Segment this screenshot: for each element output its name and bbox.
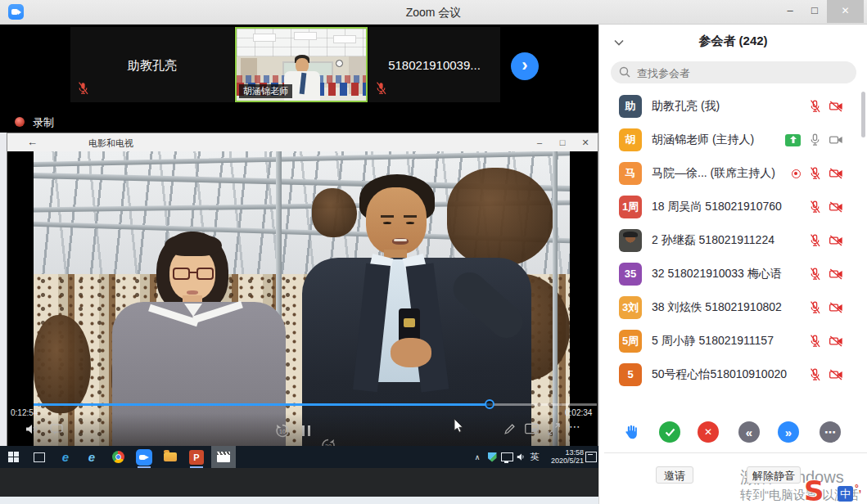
file-explorer-icon[interactable] bbox=[159, 446, 182, 468]
camera-muted-icon bbox=[829, 201, 843, 213]
participant-avatar: 助 bbox=[619, 95, 642, 118]
mic-muted-icon bbox=[809, 301, 821, 314]
participant-avatar: 3刘 bbox=[619, 296, 642, 319]
close-button[interactable]: ✕ bbox=[827, 0, 864, 23]
video-tile-active-speaker[interactable]: 胡涵锦老师 bbox=[235, 27, 368, 102]
edge-icon[interactable]: e bbox=[54, 446, 77, 468]
camera-muted-icon bbox=[829, 335, 843, 347]
participant-name: 助教孔亮 (我) bbox=[652, 99, 720, 114]
participant-row[interactable]: 3刘 38 刘炫佚 518021910802 bbox=[599, 291, 867, 325]
ime-chinese-badge[interactable]: 中 bbox=[838, 486, 853, 502]
action-center-icon[interactable] bbox=[584, 446, 598, 468]
chrome-icon[interactable] bbox=[106, 446, 129, 468]
camera-on-icon bbox=[829, 134, 843, 146]
participant-row[interactable]: 2 孙继磊 518021911224 bbox=[599, 224, 867, 258]
participant-tile-name: 518021910039... bbox=[368, 58, 500, 72]
participants-title: 参会者 (242) bbox=[599, 34, 867, 49]
participant-row[interactable]: 1周 18 周吴尚 518021910760 bbox=[599, 191, 867, 224]
participant-name: 胡涵锦老师 (主持人) bbox=[652, 133, 754, 147]
footer-divider bbox=[604, 452, 867, 453]
window-title: Zoom 会议 bbox=[0, 6, 867, 20]
participant-name: 38 刘炫佚 518021910802 bbox=[652, 300, 782, 315]
go-faster-button[interactable]: » bbox=[778, 421, 799, 443]
movies-tv-taskbar-icon[interactable] bbox=[211, 446, 236, 468]
participant-status-icons bbox=[809, 268, 843, 281]
participant-name: 5 周小静 518021911157 bbox=[652, 334, 774, 349]
mouse-cursor bbox=[454, 418, 464, 437]
participant-avatar: 1周 bbox=[619, 196, 642, 218]
powerpoint-icon[interactable]: P bbox=[185, 446, 208, 468]
camera-muted-icon bbox=[829, 168, 843, 179]
movies-tv-titlebar: ← 电影和电视 – □ ✕ bbox=[7, 133, 598, 151]
participant-avatar: 马 bbox=[619, 162, 642, 185]
next-participants-page-button[interactable]: › bbox=[511, 52, 539, 80]
participant-avatar: 5周 bbox=[619, 330, 642, 353]
participant-row[interactable]: 5 50号程心怡518010910020 bbox=[599, 358, 867, 392]
seek-bar-fill bbox=[34, 403, 490, 406]
camera-muted-icon bbox=[829, 268, 843, 280]
start-button[interactable] bbox=[2, 446, 25, 468]
maximize-button[interactable]: □ bbox=[552, 137, 573, 150]
camera-muted-icon bbox=[829, 101, 843, 112]
ime-punctuation-icon: °, bbox=[855, 483, 861, 494]
windows-taskbar: e e P ∧ 英 13:58 2020/5/21 bbox=[0, 446, 598, 468]
participant-row[interactable]: 35 32 518021910033 梅心语 bbox=[599, 258, 867, 291]
zoom-window-titlebar: Zoom 会议 – □ ✕ bbox=[0, 0, 867, 25]
tray-chevron-icon[interactable]: ∧ bbox=[471, 446, 484, 468]
recording-status-icon bbox=[792, 169, 801, 178]
participant-name: 马院—徐... (联席主持人) bbox=[652, 166, 775, 181]
more-options-button[interactable]: ⋯ bbox=[569, 420, 581, 436]
panel-scrollbar[interactable] bbox=[861, 92, 865, 137]
invite-button[interactable]: 邀请 bbox=[656, 466, 693, 484]
no-button[interactable]: ✕ bbox=[698, 421, 719, 443]
participant-status-icons bbox=[785, 133, 843, 146]
participant-status-icons bbox=[809, 301, 843, 314]
video-tile-1[interactable]: 助教孔亮 bbox=[70, 27, 234, 102]
search-icon bbox=[619, 66, 630, 78]
video-tile-3[interactable]: 518021910039... bbox=[368, 27, 500, 102]
participant-row[interactable]: 5周 5 周小静 518021911157 bbox=[599, 325, 867, 358]
mic-muted-icon bbox=[809, 368, 821, 381]
minimize-button[interactable]: – bbox=[529, 137, 550, 150]
yes-button[interactable] bbox=[659, 421, 680, 443]
search-input[interactable] bbox=[635, 64, 843, 82]
participant-status-icons bbox=[809, 100, 843, 113]
video-viewport[interactable]: 0:12:54 0:02:34 10 30 bbox=[7, 151, 598, 446]
internet-explorer-icon[interactable]: e bbox=[80, 446, 103, 468]
seek-bar-handle[interactable] bbox=[485, 399, 494, 409]
lower-dark-strip bbox=[0, 468, 598, 497]
taskbar-date: 2020/5/21 bbox=[538, 457, 584, 465]
mic-muted-icon bbox=[809, 234, 821, 247]
more-reactions-button[interactable]: ⋯ bbox=[820, 421, 841, 443]
mic-muted-icon bbox=[809, 200, 821, 214]
participant-name: 32 518021910033 梅心语 bbox=[652, 267, 782, 281]
search-participants-box[interactable] bbox=[611, 61, 856, 83]
movies-tv-title: 电影和电视 bbox=[88, 137, 133, 150]
participants-panel: 参会者 (242) 助 助教孔亮 (我) 胡 胡涵锦老师 (主持人) bbox=[598, 25, 867, 504]
zoom-taskbar-icon[interactable] bbox=[133, 446, 156, 468]
participant-row[interactable]: 马 马院—徐... (联席主持人) bbox=[599, 157, 867, 191]
task-view-button[interactable] bbox=[28, 446, 51, 468]
recording-label: 录制 bbox=[33, 115, 54, 130]
participant-row[interactable]: 助 助教孔亮 (我) bbox=[599, 90, 867, 124]
participant-avatar: 5 bbox=[619, 363, 642, 386]
sogou-ime-icon[interactable]: S bbox=[804, 475, 824, 504]
taskbar-clock[interactable]: 13:58 2020/5/21 bbox=[538, 448, 584, 465]
security-shield-icon[interactable] bbox=[485, 446, 499, 468]
close-button[interactable]: ✕ bbox=[575, 137, 596, 150]
back-button[interactable]: ← bbox=[27, 136, 38, 148]
bottom-light-strip bbox=[0, 497, 598, 504]
desktop-edge bbox=[0, 133, 7, 446]
unmute-button[interactable]: 解除静音 bbox=[747, 466, 801, 484]
maximize-button[interactable]: □ bbox=[802, 0, 827, 23]
go-slower-button[interactable]: « bbox=[738, 421, 760, 443]
meeting-main-area: 助教孔亮 胡涵锦老师 bbox=[0, 25, 598, 504]
minimize-button[interactable]: – bbox=[778, 0, 802, 23]
mic-muted-icon bbox=[809, 167, 821, 180]
network-icon[interactable] bbox=[500, 446, 513, 468]
volume-tray-icon[interactable] bbox=[515, 446, 528, 468]
participant-status-icons bbox=[809, 368, 843, 381]
participants-list: 助 助教孔亮 (我) 胡 胡涵锦老师 (主持人) 马 马院—徐... (联席主 bbox=[599, 90, 867, 392]
participant-row[interactable]: 胡 胡涵锦老师 (主持人) bbox=[599, 124, 867, 157]
raise-hand-button[interactable] bbox=[621, 421, 642, 443]
